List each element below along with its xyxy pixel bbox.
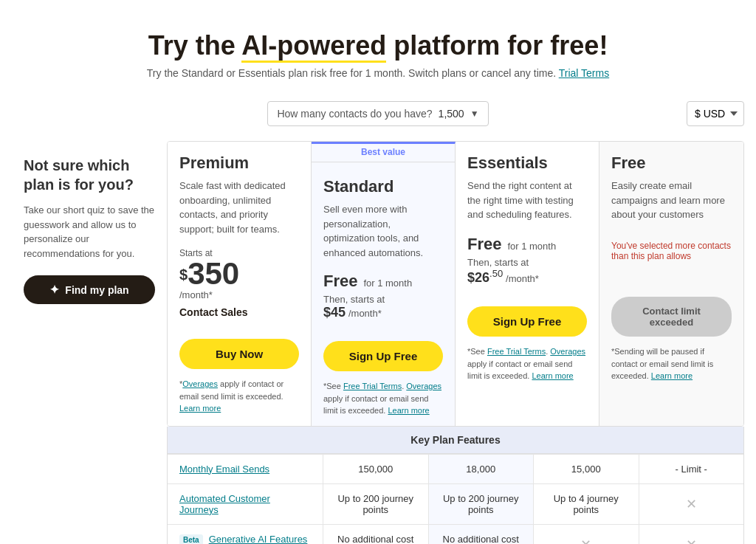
premium-header: Premium Scale fast with dedicated onboar… [168, 142, 311, 236]
feature-row-monthly-email: Monthly Email Sends 150,000 18,000 15,00… [168, 454, 743, 483]
standard-name: Standard [323, 177, 443, 196]
ai-free-cross: ✕ [686, 537, 697, 544]
essentials-overages-link[interactable]: Overages [550, 347, 585, 356]
essentials-free-block: Free for 1 month [467, 235, 587, 254]
standard-then-starts: Then, starts at [323, 294, 443, 305]
standard-overages-link[interactable]: Overages [406, 382, 441, 390]
premium-buy-button[interactable]: Buy Now [179, 339, 299, 369]
monthly-email-standard: 18,000 [428, 455, 534, 483]
find-plan-button[interactable]: ✦ Find my plan [24, 275, 155, 304]
free-header: Free Easily create email campaigns and l… [599, 142, 743, 223]
ai-essentials-cross: ✕ [580, 537, 591, 544]
standard-then-price: $45 [323, 305, 346, 320]
essentials-free-suffix: for 1 month [507, 241, 556, 252]
feature-label-monthly-email: Monthly Email Sends [168, 455, 323, 483]
standard-then-price-block: $45 /month* [323, 305, 443, 320]
standard-free-trial-link[interactable]: Free Trial Terms [343, 382, 402, 390]
journeys-link[interactable]: Automated Customer Journeys [179, 493, 311, 515]
essentials-header: Essentials Send the right content at the… [456, 142, 599, 223]
essentials-description: Send the right content at the right time… [467, 179, 587, 223]
standard-disclaimer: *See Free Trial Terms. Overages apply if… [312, 380, 455, 426]
ai-essentials: ✕ [533, 525, 639, 544]
ai-free: ✕ [639, 525, 744, 544]
premium-dollar-sign: $ [179, 267, 188, 283]
standard-learn-more-link[interactable]: Learn more [388, 406, 429, 415]
standard-description: Sell even more with personalization, opt… [323, 202, 443, 260]
standard-header: Standard Sell even more with personaliza… [312, 165, 455, 260]
free-notice: You've selected more contacts than this … [611, 241, 732, 261]
key-features-title: Key Plan Features [175, 434, 736, 446]
premium-price: 350 [188, 256, 239, 291]
premium-name: Premium [179, 154, 299, 173]
currency-select[interactable]: $ USD € EUR £ GBP [687, 101, 744, 126]
best-value-badge: Best value [312, 144, 455, 162]
page-header: Try the AI-powered platform for free! Tr… [12, 15, 744, 86]
free-pricing: You've selected more contacts than this … [599, 223, 743, 273]
controls-row: How many contacts do you have? 1,500 ▼ $… [12, 101, 744, 126]
premium-overages-link[interactable]: Overages [182, 379, 218, 388]
premium-contact-sales[interactable]: Contact Sales [179, 306, 299, 318]
ai-link[interactable]: Generative AI Features [209, 534, 308, 544]
standard-signup-button[interactable]: Sign Up Free [323, 341, 443, 371]
free-learn-more-link[interactable]: Learn more [651, 371, 693, 380]
title-highlight: AI-powered [241, 30, 386, 63]
monthly-email-link[interactable]: Monthly Email Sends [179, 464, 269, 475]
plan-free: Free Easily create email campaigns and l… [599, 142, 743, 426]
premium-learn-more-link[interactable]: Learn more [179, 404, 221, 413]
free-cta: Contact limit exceeded [599, 288, 743, 345]
free-cta-button: Contact limit exceeded [611, 297, 732, 337]
plan-standard: Best value Standard Sell even more with … [312, 142, 456, 426]
plans-grid: Premium Scale fast with dedicated onboar… [167, 141, 744, 427]
monthly-email-premium: 150,000 [323, 455, 428, 483]
essentials-then-price-block: $26.50 /month* [467, 268, 587, 286]
features-table: Key Plan Features Monthly Email Sends 15… [167, 427, 744, 544]
essentials-pricing: Free for 1 month Then, starts at $26.50 … [456, 223, 599, 297]
journeys-free: ✕ [639, 484, 744, 524]
features-section: Key Plan Features Monthly Email Sends 15… [12, 427, 744, 544]
free-disclaimer: *Sending will be paused if contact or em… [599, 345, 743, 391]
journeys-essentials: Up to 4 journey points [533, 484, 639, 524]
premium-description: Scale fast with dedicated onboarding, un… [179, 179, 299, 236]
contacts-select[interactable]: How many contacts do you have? 1,500 ▼ [267, 101, 488, 126]
essentials-then-suffix: /month* [506, 273, 539, 284]
feature-row-journeys: Automated Customer Journeys Up to 200 jo… [168, 483, 743, 524]
essentials-name: Essentials [467, 154, 587, 173]
ai-premium: No additional cost add-on [323, 525, 428, 544]
contacts-label: How many contacts do you have? [277, 108, 432, 120]
essentials-free-text: Free [467, 235, 501, 253]
features-left-spacer [12, 427, 167, 544]
free-description: Easily create email campaigns and learn … [611, 179, 732, 223]
monthly-email-essentials: 15,000 [533, 455, 639, 483]
plan-essentials: Essentials Send the right content at the… [456, 142, 599, 426]
essentials-signup-button[interactable]: Sign Up Free [467, 306, 587, 337]
essentials-then-price: $26.50 [467, 270, 503, 285]
page-subtitle: Try the Standard or Essentials plan risk… [12, 67, 744, 79]
feature-label-ai: Beta Generative AI Features [168, 525, 323, 544]
journeys-premium: Up to 200 journey points [323, 484, 428, 524]
standard-pricing: Free for 1 month Then, starts at $45 /mo… [312, 260, 455, 332]
key-features-header: Key Plan Features [168, 427, 743, 454]
premium-pricing: Starts at $350 /month* Contact Sales [168, 236, 311, 330]
plans-area: Not sure which plan is for you? Take our… [12, 141, 744, 427]
essentials-cta: Sign Up Free [456, 297, 599, 345]
premium-price-block: $350 /month* [179, 258, 299, 300]
premium-price-suffix: /month* [179, 289, 299, 300]
journeys-free-cross: ✕ [686, 496, 697, 512]
standard-free-text: Free [323, 272, 357, 290]
beta-badge: Beta [179, 534, 203, 544]
essentials-learn-more-link[interactable]: Learn more [532, 371, 573, 380]
standard-free-block: Free for 1 month [323, 272, 443, 291]
monthly-email-free: - Limit - [639, 455, 744, 483]
contacts-value: 1,500 [439, 108, 464, 120]
standard-cta: Sign Up Free [312, 332, 455, 380]
essentials-free-trial-link[interactable]: Free Trial Terms [487, 347, 546, 356]
essentials-disclaimer: *See Free Trial Terms. Overages apply if… [456, 345, 599, 391]
standard-free-suffix: for 1 month [363, 278, 412, 289]
feature-row-ai: Beta Generative AI Features No additiona… [168, 524, 743, 544]
standard-then-suffix: /month* [348, 308, 382, 319]
find-plan-label: Find my plan [65, 284, 128, 296]
essentials-then-starts: Then, starts at [467, 257, 587, 268]
sun-icon: ✦ [49, 283, 59, 297]
ai-standard: No additional cost add-on [428, 525, 534, 544]
trial-terms-link[interactable]: Trial Terms [559, 67, 609, 79]
